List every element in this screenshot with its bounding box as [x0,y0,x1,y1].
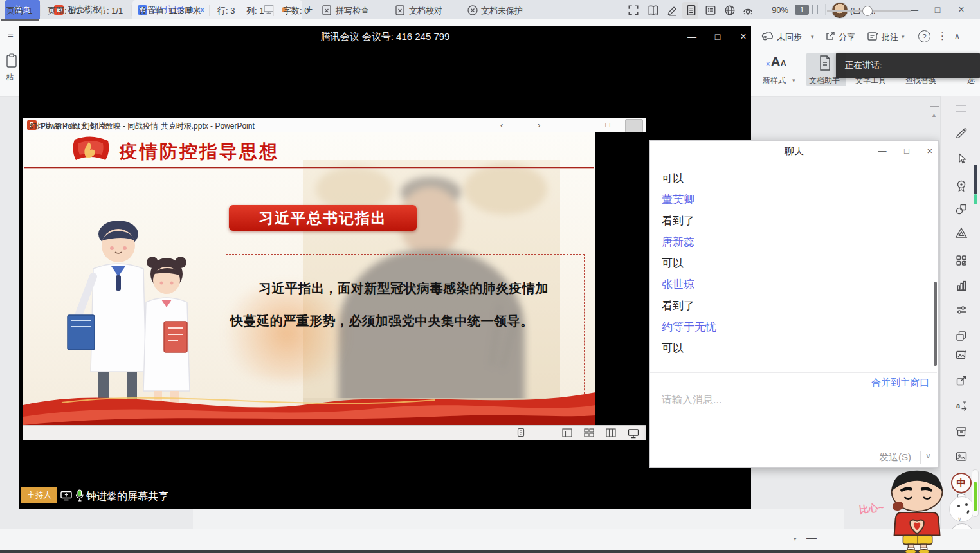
status-setting-value[interactable]: 设置值: 11.3厘米 [139,5,201,17]
image-effects-icon[interactable] [955,349,968,361]
svg-text:a: a [956,402,961,410]
presenting-monitor-icon [264,5,274,14]
share-button[interactable]: 分享 [839,32,855,43]
translate-icon[interactable]: a [955,400,968,413]
normal-view-icon[interactable] [562,428,572,437]
slide-sorter-view-icon[interactable] [584,428,594,437]
prev-slide-button[interactable]: ‹ [500,120,503,130]
chat-scrollbar-thumb[interactable] [934,282,937,366]
speaking-toast-label: 正在讲话: [845,60,882,71]
doc-protect-button[interactable]: 文档未保护 [481,5,523,17]
next-slide-button[interactable]: › [538,120,540,130]
pyramid-icon[interactable] [955,226,968,239]
spell-check-button[interactable]: 拼写检查 [336,5,369,17]
sharing-label: 钟进攀的屏幕共享 [86,490,168,503]
chart-icon[interactable] [955,279,968,292]
app-close-button[interactable]: × [952,1,971,18]
comment-dropdown-icon[interactable]: ▾ [902,33,905,40]
collapse-ribbon-icon[interactable]: ∧ [954,32,960,41]
pen-tool-icon[interactable] [955,125,968,138]
web-layout-icon[interactable] [724,5,736,16]
status-section[interactable]: 节: 1/1 [98,5,123,17]
divider [386,5,386,16]
cloud-sync-icon [761,30,774,41]
chat-sender[interactable]: 张世琼 [662,274,906,295]
chat-sender[interactable]: 董芙卿 [662,189,906,210]
merge-to-main-link[interactable]: 合并到主窗口 [871,377,929,389]
divider [131,5,132,16]
divider [209,5,210,16]
help-button[interactable]: ? [918,30,930,42]
divider [650,372,937,373]
meeting-minimize-button[interactable]: — [682,30,702,44]
app-restore-button[interactable]: □ [928,1,947,18]
medal-icon[interactable] [955,179,968,192]
reading-view-icon[interactable] [606,428,616,437]
meeting-close-button[interactable]: × [733,30,754,44]
meeting-maximize-button[interactable]: □ [707,30,728,44]
chat-sender[interactable]: 约等于无忧 [662,316,906,338]
layout-grid-icon[interactable] [955,254,968,267]
status-column[interactable]: 列: 1 [246,5,264,17]
sidebar-handle-icon[interactable] [956,105,966,112]
scroll-up-icon[interactable]: ▲ [931,112,937,118]
chat-minimize-button[interactable]: — [874,144,891,157]
wps-status-bar [0,529,980,550]
screen: 首页 稻壳模板 W 团日记录.docx + 1 (口·_... — □ × ≡ … [0,0,980,553]
zoom-out-button[interactable]: — [806,532,817,544]
divider [825,4,826,15]
ppt-maximize-button[interactable]: □ [599,120,616,130]
microphone-icon [75,489,84,502]
chat-message: 可以 [662,253,906,274]
archive-box-icon[interactable] [955,425,968,438]
send-options-caret-icon[interactable]: ∨ [925,451,931,460]
picture-icon[interactable] [955,450,968,463]
outline-view-icon[interactable] [705,5,716,16]
zoom-dropdown-icon[interactable]: ▾ [794,536,797,542]
document-page-edge [193,509,844,529]
paste-clipboard-icon[interactable] [5,53,18,68]
comment-button[interactable]: 批注 [882,32,898,43]
chat-message-input[interactable]: 请输入消息... [662,394,855,407]
plugin-progress-pill [972,469,979,517]
speaking-toast: 正在讲话: [836,53,980,78]
slideshow-view-button[interactable] [625,119,643,132]
new-style-button[interactable]: 新样式 [763,75,786,86]
divider [313,5,313,16]
sync-status-button[interactable]: 未同步 [777,32,802,43]
eye-protect-icon[interactable] [742,5,754,16]
chat-message: 看到了 [662,295,906,316]
zoom-slider-knob[interactable] [862,6,873,16]
zoom-percent-label[interactable]: 90% [772,5,788,15]
export-share-icon[interactable] [955,374,968,387]
cursor-select-icon[interactable] [955,152,968,165]
ppt-minimize-button[interactable]: — [571,120,588,130]
app-minimize-button[interactable]: — [904,1,923,18]
send-button[interactable]: 发送(S) [879,451,911,464]
chat-close-button[interactable]: × [921,144,938,157]
settings-sliders-icon[interactable] [955,304,968,316]
menu-hamburger-icon[interactable]: ≡ [8,29,14,40]
status-line[interactable]: 行: 3 [217,5,235,17]
print-layout-icon[interactable] [685,5,697,16]
ruler-split-icon[interactable] [930,102,939,107]
sync-dropdown-icon[interactable]: ▾ [811,33,814,40]
fullscreen-icon[interactable] [628,5,639,16]
chat-sender[interactable]: 唐新蕊 [662,231,906,253]
duplicate-pages-icon[interactable] [955,330,968,343]
status-page-number[interactable]: 页码: 1 [6,5,32,17]
divider [273,5,274,16]
host-badge: 主持人 [21,487,57,503]
read-mode-icon[interactable] [648,5,659,16]
divider [40,5,41,16]
annotation-pen-icon[interactable] [517,428,525,437]
write-mode-icon[interactable] [667,5,678,16]
doc-scrollbar-thumb[interactable] [974,165,977,194]
shapes-icon[interactable] [955,203,968,215]
chat-maximize-button[interactable]: □ [898,144,915,157]
new-style-dropdown-icon[interactable]: ▾ [792,77,795,84]
doc-proof-button[interactable]: 文档校对 [409,5,442,17]
status-page[interactable]: 页面: 1/1 [48,5,80,17]
status-word-count[interactable]: 字数: 0 [283,5,309,17]
more-menu-icon[interactable]: ⋮ [938,30,947,42]
